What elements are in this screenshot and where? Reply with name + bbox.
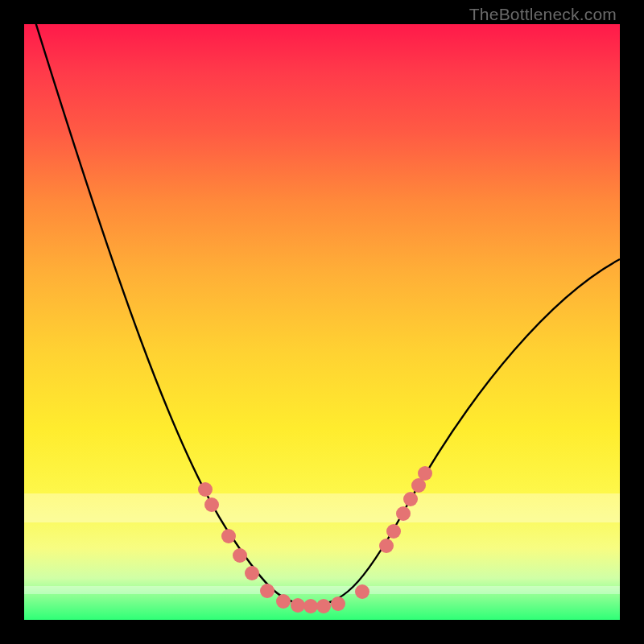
curve-marker xyxy=(396,506,411,521)
curve-marker xyxy=(379,539,394,553)
curve-marker xyxy=(418,466,432,481)
curve-marker xyxy=(303,599,318,613)
curve-marker xyxy=(198,482,213,497)
curve-marker xyxy=(403,492,418,506)
bottleneck-curve xyxy=(24,24,620,620)
curve-marker xyxy=(355,584,369,599)
curve-marker xyxy=(316,599,331,613)
watermark-text: TheBottleneck.com xyxy=(469,5,617,24)
curve-marker xyxy=(331,597,345,611)
curve-path xyxy=(24,24,620,605)
curve-marker xyxy=(233,548,247,563)
curve-marker xyxy=(291,598,305,613)
chart-plot-area xyxy=(24,24,620,620)
curve-marker xyxy=(276,594,291,609)
curve-markers xyxy=(198,466,432,613)
curve-marker xyxy=(386,524,401,539)
curve-marker xyxy=(260,584,275,598)
curve-marker xyxy=(221,529,236,543)
curve-marker xyxy=(204,497,219,512)
curve-marker xyxy=(245,566,259,580)
